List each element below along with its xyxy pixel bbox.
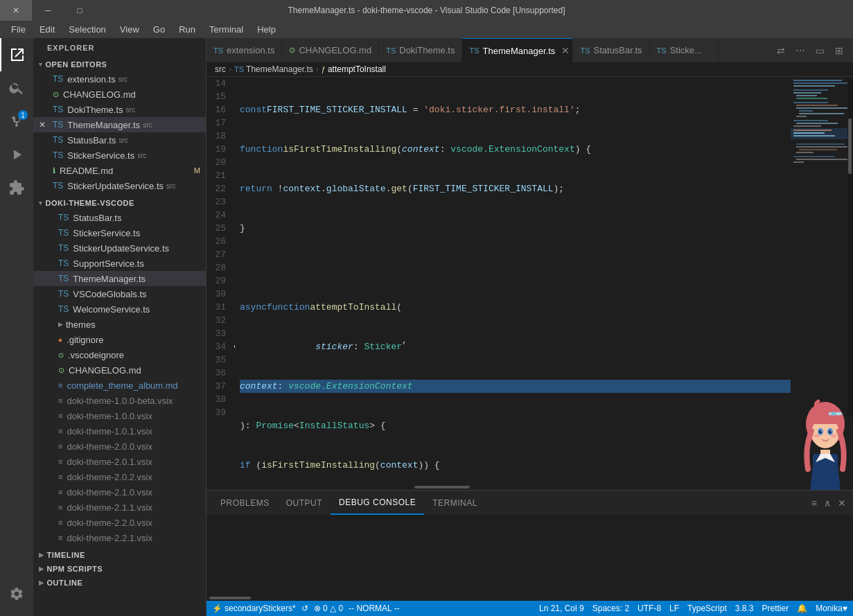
proj-vsix-221[interactable]: ≡ doki-theme-2.2.1.vsix — [33, 530, 206, 545]
toggle-panel-icon[interactable]: ▭ — [811, 42, 828, 59]
panel-up-icon[interactable]: ∧ — [823, 496, 832, 510]
npm-scripts-header[interactable]: ▶ NPM SCRIPTS — [33, 562, 206, 576]
split-editor-icon[interactable]: ⇄ — [773, 42, 789, 59]
customize-layout-icon[interactable]: ⊞ — [831, 42, 847, 59]
statusbar-notifications[interactable]: 🔔 — [797, 604, 807, 613]
tab-dokitheme[interactable]: TS DokiTheme.ts — [379, 38, 462, 62]
statusbar-version[interactable]: 3.8.3 — [735, 604, 754, 613]
panel-close-icon[interactable]: ✕ — [836, 496, 847, 510]
project-header[interactable]: ▾ DOKI-THEME-VSCODE — [33, 196, 206, 210]
proj-thememanager[interactable]: TS ThemeManager.ts — [33, 271, 206, 286]
statusbar-errors[interactable]: ⊗ 0 △ 0 — [314, 604, 343, 613]
maximize-button[interactable]: □ — [64, 0, 96, 21]
proj-changelog[interactable]: ⊙ CHANGELOG.md — [33, 362, 206, 378]
npm-label: NPM SCRIPTS — [47, 565, 103, 573]
menu-edit[interactable]: Edit — [34, 23, 60, 36]
statusbar-encoding[interactable]: UTF-8 — [637, 604, 661, 613]
statusbar-monika[interactable]: Monika♥ — [816, 604, 847, 613]
minimize-button[interactable]: ─ — [32, 0, 64, 21]
window-title: ThemeManager.ts - doki-theme-vscode - Vi… — [288, 6, 565, 15]
open-editor-dokitheme[interactable]: TS DokiTheme.ts src — [33, 102, 206, 117]
breadcrumb-src[interactable]: src — [215, 64, 226, 74]
open-editor-stickerupdate[interactable]: TS StickerUpdateService.ts src — [33, 178, 206, 193]
activity-explorer[interactable] — [0, 38, 33, 71]
statusbar-cursor[interactable]: Ln 21, Col 9 — [539, 604, 584, 613]
tab-changelog[interactable]: ⊙ CHANGELOG.md — [282, 38, 379, 62]
panel-tab-debug-console[interactable]: DEBUG CONSOLE — [331, 491, 424, 515]
open-editors-header[interactable]: ▾ Open Editors — [33, 58, 206, 71]
open-editor-thememanager[interactable]: ✕ TS ThemeManager.ts src — [33, 117, 206, 132]
proj-vscodeglobals[interactable]: TS VSCodeGlobals.ts — [33, 286, 206, 301]
outline-chevron: ▶ — [39, 579, 44, 586]
vsix-icon: ≡ — [58, 427, 62, 435]
close-icon[interactable]: ✕ — [39, 120, 46, 130]
panel-filter-icon[interactable]: ≡ — [810, 496, 818, 510]
ts-file-icon: TS — [53, 120, 63, 130]
tab-thememanager[interactable]: TS ThemeManager.ts ✕ — [462, 38, 573, 62]
proj-vsix-202[interactable]: ≡ doki-theme-2.0.2.vsix — [33, 469, 206, 484]
proj-vsix-100[interactable]: ≡ doki-theme-1.0.0.vsix — [33, 408, 206, 423]
open-editor-stickerservice[interactable]: TS StickerService.ts src — [33, 148, 206, 163]
proj-statusbar[interactable]: TS StatusBar.ts — [33, 210, 206, 225]
activity-extensions[interactable] — [0, 171, 33, 204]
activity-settings[interactable] — [0, 577, 33, 610]
proj-stickerupdate[interactable]: TS StickerUpdateService.ts — [33, 240, 206, 256]
statusbar-eol[interactable]: LF — [669, 604, 679, 613]
proj-vsix-200[interactable]: ≡ doki-theme-2.0.0.vsix — [33, 439, 206, 454]
menu-run[interactable]: Run — [173, 23, 201, 36]
ts-icon: TS — [386, 46, 396, 55]
panel-tab-problems[interactable]: PROBLEMS — [212, 491, 278, 515]
svg-point-41 — [831, 434, 836, 438]
outline-header[interactable]: ▶ OUTLINE — [33, 576, 206, 590]
proj-vsix-201[interactable]: ≡ doki-theme-2.0.1.vsix — [33, 454, 206, 469]
proj-vsix-210[interactable]: ≡ doki-theme-2.1.0.vsix — [33, 484, 206, 500]
svg-rect-5 — [793, 92, 821, 94]
tab-statusbar[interactable]: TS StatusBar.ts — [573, 38, 649, 62]
statusbar-vim-mode[interactable]: -- NORMAL -- — [349, 604, 400, 613]
timeline-header[interactable]: ▶ TIMELINE — [33, 548, 206, 562]
proj-vscodeignore[interactable]: ⊙ .vscodeignore — [33, 347, 206, 362]
statusbar-language[interactable]: TypeScript — [687, 604, 727, 613]
activity-search[interactable] — [0, 71, 33, 105]
proj-themes-folder[interactable]: ▶ themes — [33, 317, 206, 332]
statusbar-sync[interactable]: ↺ — [301, 604, 308, 613]
proj-vsix-101[interactable]: ≡ doki-theme-1.0.1.vsix — [33, 423, 206, 439]
menu-view[interactable]: View — [114, 23, 145, 36]
tab-sticker[interactable]: TS Sticke... — [650, 38, 719, 62]
proj-welcomeservice[interactable]: TS WelcomeService.ts — [33, 301, 206, 317]
proj-supportservice[interactable]: TS SupportService.ts — [33, 256, 206, 271]
activity-run-debug[interactable] — [0, 138, 33, 171]
proj-vsix-220[interactable]: ≡ doki-theme-2.2.0.vsix — [33, 515, 206, 530]
code-editor[interactable]: 14 15 16 17 18 19 20 21 22 23 24 25 26 2… — [206, 77, 791, 490]
panel-tab-output[interactable]: OUTPUT — [278, 491, 331, 515]
proj-vsix-211[interactable]: ≡ doki-theme-2.1.1.vsix — [33, 500, 206, 515]
open-editor-readme[interactable]: ℹ README.md M — [33, 163, 206, 178]
breadcrumb-attempt[interactable]: attemptToInstall — [328, 64, 386, 74]
menu-go[interactable]: Go — [148, 23, 170, 36]
code-hscrollbar[interactable] — [206, 484, 791, 490]
panel-tab-terminal[interactable]: TERMINAL — [424, 491, 486, 515]
statusbar-spaces[interactable]: Spaces: 2 — [592, 604, 629, 613]
menu-selection[interactable]: Selection — [63, 23, 111, 36]
menu-file[interactable]: File — [6, 23, 31, 36]
svg-rect-4 — [793, 89, 828, 91]
proj-vsix-100beta[interactable]: ≡ doki-theme-1.0.0-beta.vsix — [33, 393, 206, 408]
more-actions-icon[interactable]: ⋯ — [792, 42, 809, 59]
tab-close-icon[interactable]: ✕ — [561, 45, 570, 56]
open-editor-statusbar[interactable]: TS StatusBar.ts src — [33, 132, 206, 148]
open-editor-extension-ts[interactable]: TS extension.ts src — [33, 71, 206, 87]
panel-scrollbar[interactable] — [206, 595, 853, 601]
menu-help[interactable]: Help — [252, 23, 281, 36]
open-editor-changelog[interactable]: ⊙ CHANGELOG.md — [33, 87, 206, 102]
file-tag: src — [143, 121, 152, 129]
menu-terminal[interactable]: Terminal — [204, 23, 249, 36]
breadcrumb-thememanager[interactable]: ThemeManager.ts — [246, 64, 313, 74]
proj-gitignore[interactable]: ● .gitignore — [33, 332, 206, 347]
close-button[interactable]: ✕ — [0, 0, 32, 21]
statusbar-secondary-stickers[interactable]: ⚡ secondaryStickers* — [212, 604, 296, 613]
proj-complete-album[interactable]: ≡ complete_theme_album.md — [33, 378, 206, 393]
activity-source-control[interactable]: 1 — [0, 105, 33, 138]
proj-stickerservice[interactable]: TS StickerService.ts — [33, 225, 206, 240]
tab-extension-ts[interactable]: TS extension.ts — [206, 38, 282, 62]
statusbar-prettier[interactable]: Prettier — [762, 604, 789, 613]
